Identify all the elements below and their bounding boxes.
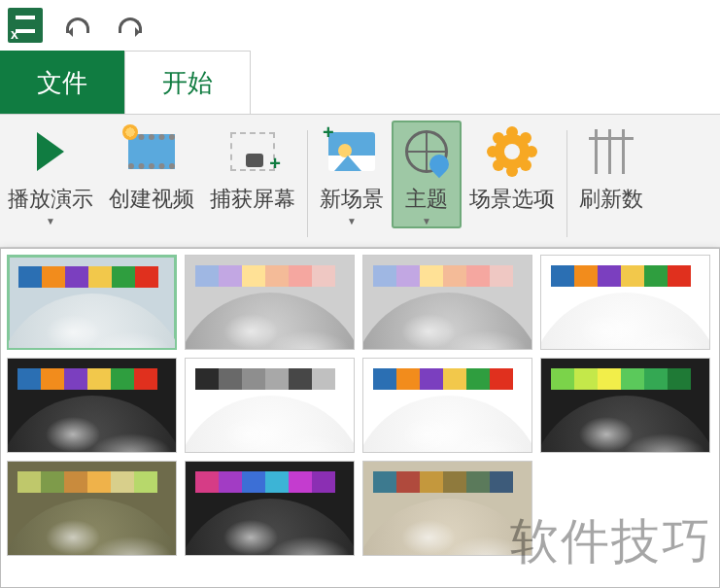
color-swatch	[490, 471, 513, 493]
color-swatch	[644, 368, 668, 390]
color-swatch	[265, 471, 289, 493]
undo-button[interactable]	[60, 8, 95, 43]
dropdown-icon: ▼	[422, 216, 431, 226]
color-swatch	[373, 471, 396, 493]
separator	[566, 130, 567, 237]
color-swatch	[265, 368, 289, 390]
color-swatch	[64, 368, 87, 390]
color-swatch	[112, 266, 135, 288]
color-swatch	[111, 368, 134, 390]
color-swatch	[219, 368, 242, 390]
color-swatches	[551, 265, 691, 287]
theme-option-bright-white[interactable]	[540, 255, 710, 350]
globe-icon	[7, 499, 177, 556]
redo-icon	[119, 17, 142, 33]
color-swatch	[41, 368, 64, 390]
theme-option-pastel-gray-1[interactable]	[185, 255, 355, 350]
play-icon	[37, 132, 64, 171]
theme-option-moss-olive[interactable]	[7, 461, 177, 556]
color-swatch	[396, 471, 420, 493]
refresh-icon	[589, 129, 634, 174]
color-swatch	[396, 368, 420, 390]
theme-gallery	[0, 248, 720, 588]
color-swatch	[574, 368, 598, 390]
color-swatch	[598, 265, 621, 287]
color-swatches	[551, 368, 691, 390]
separator	[307, 130, 308, 237]
globe-icon	[540, 293, 710, 350]
color-swatches	[195, 265, 335, 287]
color-swatch	[242, 471, 265, 493]
color-swatch	[195, 368, 219, 390]
new-scene-button[interactable]: + 新场景 ▼	[312, 121, 392, 226]
color-swatch	[551, 368, 574, 390]
gear-icon	[495, 134, 530, 169]
color-swatches	[195, 368, 335, 390]
dropdown-icon: ▼	[46, 216, 55, 226]
tab-file[interactable]: 文件	[0, 51, 125, 114]
color-swatch	[87, 368, 111, 390]
picture-icon	[328, 132, 375, 171]
theme-option-bright-light[interactable]	[7, 255, 177, 350]
ribbon-label: 捕获屏幕	[210, 185, 295, 214]
tab-begin[interactable]: 开始	[124, 51, 251, 114]
color-swatch	[443, 471, 466, 493]
theme-option-muted-tan[interactable]	[362, 461, 532, 556]
theme-option-pastel-gray-2[interactable]	[362, 255, 532, 350]
color-swatch	[195, 471, 219, 493]
ribbon-label: 播放演示	[8, 185, 93, 214]
color-swatch	[598, 368, 621, 390]
dropdown-icon: ▼	[347, 216, 357, 226]
capture-screen-button[interactable]: 捕获屏幕	[202, 121, 303, 214]
globe-icon	[7, 294, 177, 350]
color-swatches	[17, 471, 157, 493]
ribbon-label: 场景选项	[469, 185, 555, 214]
undo-icon	[66, 17, 89, 33]
color-swatch	[466, 368, 490, 390]
scene-options-button[interactable]: 场景选项	[462, 121, 563, 214]
ribbon-label: 刷新数	[579, 185, 643, 214]
globe-icon	[185, 499, 355, 556]
theme-button[interactable]: 主题 ▼	[392, 121, 462, 228]
color-swatches	[17, 368, 157, 390]
color-swatch	[466, 471, 490, 493]
color-swatch	[621, 368, 644, 390]
color-swatch	[420, 265, 443, 287]
color-swatch	[18, 266, 42, 288]
color-swatch	[289, 471, 312, 493]
plus-icon: +	[323, 122, 334, 142]
globe-icon	[185, 293, 355, 350]
color-swatch	[396, 265, 420, 287]
color-swatch	[42, 266, 65, 288]
play-presentation-button[interactable]: 播放演示 ▼	[0, 121, 101, 226]
globe-icon	[362, 499, 532, 556]
color-swatch	[195, 265, 219, 287]
color-swatch	[219, 265, 242, 287]
color-swatch	[443, 265, 466, 287]
color-swatches	[195, 471, 335, 493]
globe-brush-icon	[405, 130, 448, 173]
globe-icon	[185, 396, 355, 453]
theme-option-bright-dark[interactable]	[7, 358, 177, 453]
color-swatch	[621, 265, 644, 287]
ribbon-label: 主题	[405, 185, 448, 214]
theme-option-fuchsia-dark[interactable]	[185, 461, 355, 556]
ribbon-tabs: 文件 开始	[0, 51, 720, 114]
color-swatch	[64, 471, 87, 493]
theme-option-vivid-white[interactable]	[362, 358, 532, 453]
refresh-data-button[interactable]: 刷新数	[571, 121, 651, 214]
color-swatch	[41, 471, 64, 493]
globe-icon	[540, 396, 710, 453]
color-swatch	[668, 368, 691, 390]
color-swatch	[312, 471, 335, 493]
create-video-button[interactable]: 创建视频	[101, 121, 202, 214]
color-swatch	[420, 471, 443, 493]
color-swatch	[420, 368, 443, 390]
theme-option-neon-dark[interactable]	[540, 358, 710, 453]
color-swatch	[134, 471, 157, 493]
color-swatch	[289, 265, 312, 287]
color-swatch	[466, 265, 490, 287]
globe-icon	[362, 293, 532, 350]
theme-option-gray-white[interactable]	[185, 358, 355, 453]
redo-button[interactable]	[113, 8, 148, 43]
